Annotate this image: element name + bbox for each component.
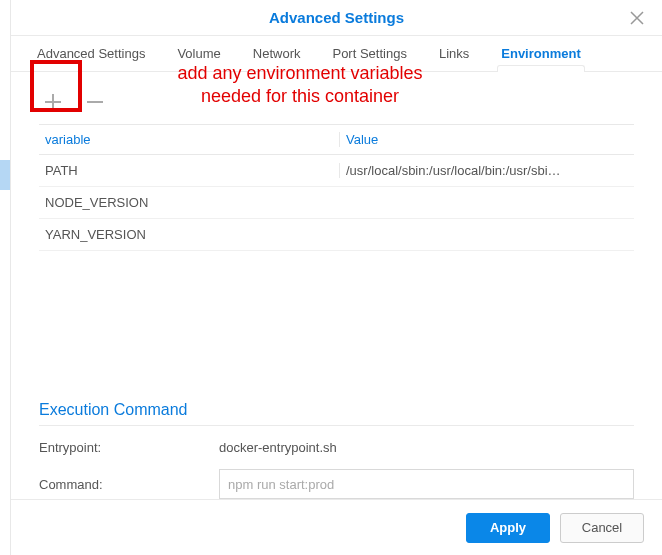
env-vars-table: variable Value PATH /usr/local/sbin:/usr… xyxy=(39,124,634,251)
table-row[interactable]: NODE_VERSION xyxy=(39,187,634,219)
advanced-settings-dialog: Advanced Settings Advanced Settings Volu… xyxy=(10,0,662,555)
table-row[interactable]: YARN_VERSION xyxy=(39,219,634,251)
tab-advanced-settings[interactable]: Advanced Settings xyxy=(21,36,161,71)
entrypoint-label: Entrypoint: xyxy=(39,440,219,455)
execution-command-heading: Execution Command xyxy=(39,401,634,426)
dialog-footer: Apply Cancel xyxy=(11,499,662,555)
cell-variable: PATH xyxy=(39,163,339,178)
dialog-header: Advanced Settings xyxy=(11,0,662,36)
minus-icon xyxy=(84,91,106,113)
entrypoint-row: Entrypoint: docker-entrypoint.sh xyxy=(39,440,634,455)
table-row[interactable]: PATH /usr/local/sbin:/usr/local/bin:/usr… xyxy=(39,155,634,187)
cell-variable: YARN_VERSION xyxy=(39,227,339,242)
cell-value: /usr/local/sbin:/usr/local/bin:/usr/sbi… xyxy=(339,163,634,178)
tab-volume[interactable]: Volume xyxy=(161,36,236,71)
command-row: Command: xyxy=(39,469,634,499)
tab-links[interactable]: Links xyxy=(423,36,485,71)
dialog-title: Advanced Settings xyxy=(269,9,404,26)
apply-button[interactable]: Apply xyxy=(466,513,550,543)
close-icon xyxy=(630,11,644,25)
tab-port-settings[interactable]: Port Settings xyxy=(316,36,422,71)
table-header: variable Value xyxy=(39,125,634,155)
tab-bar: Advanced Settings Volume Network Port Se… xyxy=(11,36,662,72)
background-accent xyxy=(0,160,10,190)
cell-variable: NODE_VERSION xyxy=(39,195,339,210)
col-header-variable[interactable]: variable xyxy=(39,132,339,147)
tab-environment[interactable]: Environment xyxy=(485,36,596,71)
remove-env-var-button[interactable] xyxy=(81,88,109,116)
environment-pane: variable Value PATH /usr/local/sbin:/usr… xyxy=(11,72,662,499)
entrypoint-value: docker-entrypoint.sh xyxy=(219,440,634,455)
command-input[interactable] xyxy=(219,469,634,499)
env-toolbar xyxy=(39,80,634,124)
command-label: Command: xyxy=(39,477,219,492)
col-header-value[interactable]: Value xyxy=(339,132,634,147)
add-env-var-button[interactable] xyxy=(39,88,67,116)
tab-network[interactable]: Network xyxy=(237,36,317,71)
plus-icon xyxy=(42,91,64,113)
cancel-button[interactable]: Cancel xyxy=(560,513,644,543)
close-button[interactable] xyxy=(622,0,652,35)
